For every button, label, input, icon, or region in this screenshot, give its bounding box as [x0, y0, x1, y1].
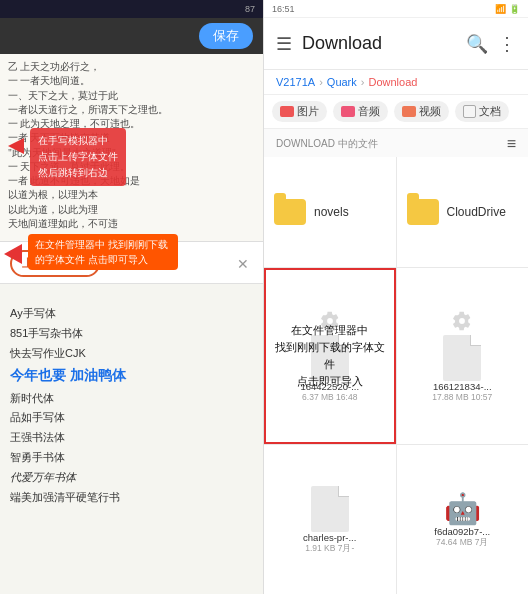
- folder-icon-2: [407, 199, 439, 225]
- breadcrumb-v2171a[interactable]: V2171A: [276, 76, 315, 88]
- font-item-1[interactable]: Ay手写体: [10, 304, 126, 324]
- font-item-6[interactable]: 品如手写体: [10, 408, 126, 428]
- images-icon: [280, 106, 294, 117]
- left-top-bar: 保存: [0, 18, 263, 54]
- page-title: Download: [302, 33, 456, 54]
- video-icon: [402, 106, 416, 117]
- tab-audio-label: 音频: [358, 104, 380, 119]
- folder-clouddrive-name: CloudDrive: [447, 205, 506, 219]
- font-item-8[interactable]: 智勇手书体: [10, 448, 126, 468]
- left-panel: 87 保存 乙 上天之功必行之， 一 一者天地间道。 一、天下之大，莫过于此 一…: [0, 0, 264, 594]
- tab-video-label: 视频: [419, 104, 441, 119]
- close-icon[interactable]: ✕: [233, 254, 253, 274]
- tab-docs-label: 文档: [479, 104, 501, 119]
- annotation-label: 在文件管理器中 找到刚刚下载的字体文件 点击即可导入: [28, 234, 178, 270]
- file-meta-3: 1.91 KB 7月-: [305, 543, 354, 555]
- font-item-4[interactable]: 今年也要 加油鸭体: [10, 363, 126, 388]
- battery-status: 87: [245, 4, 255, 14]
- folder-novels-name: novels: [314, 205, 349, 219]
- folder-icon: [274, 199, 306, 225]
- font-item-7[interactable]: 王强书法体: [10, 428, 126, 448]
- file-overlay: 在文件管理器中找到刚刚下载的字体文件点击即可导入: [266, 270, 394, 441]
- hw-line-12: 天地间道理如此，不可违: [8, 217, 255, 231]
- audio-icon: [341, 106, 355, 117]
- search-icon[interactable]: 🔍: [466, 33, 488, 55]
- signal-icons: 📶 🔋: [495, 4, 520, 14]
- more-options-icon[interactable]: ⋮: [498, 33, 516, 55]
- hw-line-10: 以道为根，以理为本: [8, 188, 255, 202]
- file-f6da092b[interactable]: 🤖 f6da092b7-... 74.64 MB 7月: [397, 445, 529, 594]
- tab-video[interactable]: 视频: [394, 101, 449, 122]
- breadcrumb-download[interactable]: Download: [368, 76, 417, 88]
- breadcrumb: V2171A › Quark › Download: [264, 70, 528, 95]
- file-name-2: 166121834-...: [433, 381, 492, 392]
- file-164422520[interactable]: 164422520-... 6.37 MB 16:48 在文件管理器中找到刚刚下…: [264, 268, 396, 443]
- right-status-bar: 16:51 📶 🔋: [264, 0, 528, 18]
- left-status-bar: 87: [0, 0, 263, 18]
- doc-file-icon-3: [311, 486, 349, 532]
- hw-line-11: 以此为道，以此为理: [8, 203, 255, 217]
- view-toggle-icon[interactable]: ≡: [507, 135, 516, 153]
- file-166121834[interactable]: 166121834-... 17.88 MB 10:57: [397, 268, 529, 443]
- right-header: ☰ Download 🔍 ⋮: [264, 18, 528, 70]
- font-item-2[interactable]: 851手写杂书体: [10, 324, 126, 344]
- hamburger-icon[interactable]: ☰: [276, 33, 292, 55]
- save-button[interactable]: 保存: [199, 23, 253, 49]
- media-tabs: 图片 音频 视频 文档: [264, 95, 528, 129]
- font-item-5[interactable]: 新时代体: [10, 389, 126, 409]
- docs-icon: [463, 105, 476, 118]
- time: 16:51: [272, 4, 295, 14]
- font-list: Ay手写体 851手写杂书体 快去写作业CJK 今年也要 加油鸭体 新时代体 品…: [6, 300, 126, 507]
- folder-clouddrive[interactable]: CloudDrive: [397, 157, 529, 267]
- folder-novels[interactable]: novels: [264, 157, 396, 267]
- file-charles[interactable]: charles-pr-... 1.91 KB 7月-: [264, 445, 396, 594]
- font-item-10[interactable]: 端美加强清平硬笔行书: [10, 488, 126, 508]
- file-name-3: charles-pr-...: [303, 532, 356, 543]
- file-meta-2: 17.88 MB 10:57: [432, 392, 492, 402]
- section-label-text: DOWNLOAD 中的文件: [276, 137, 378, 151]
- left-annotation: 在手写模拟器中点击上传字体文件然后跳转到右边: [30, 128, 126, 186]
- section-label: DOWNLOAD 中的文件 ≡: [264, 129, 528, 157]
- gear-icon-2: [452, 311, 472, 331]
- file-grid: novels CloudDrive 164422520-... 6.37 MB …: [264, 157, 528, 594]
- right-panel: 16:51 📶 🔋 ☰ Download 🔍 ⋮ V2171A › Quark …: [264, 0, 528, 594]
- tab-images-label: 图片: [297, 104, 319, 119]
- file-name-4: f6da092b7-...: [434, 526, 490, 537]
- font-item-3[interactable]: 快去写作业CJK: [10, 344, 126, 364]
- doc-file-icon-2: [443, 335, 481, 381]
- android-icon: 🤖: [444, 491, 481, 526]
- tab-images[interactable]: 图片: [272, 101, 327, 122]
- breadcrumb-quark[interactable]: Quark: [327, 76, 357, 88]
- file-meta-4: 74.64 MB 7月: [436, 537, 488, 549]
- tab-docs[interactable]: 文档: [455, 101, 509, 122]
- tab-audio[interactable]: 音频: [333, 101, 388, 122]
- font-item-9[interactable]: 代爱万年书体: [10, 468, 126, 488]
